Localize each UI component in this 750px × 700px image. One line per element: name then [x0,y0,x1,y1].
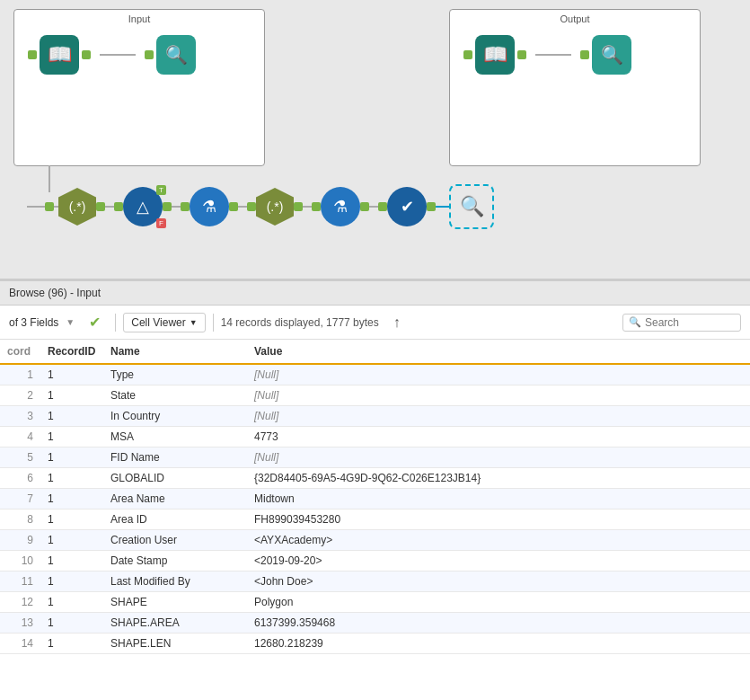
cell-name: Area ID [103,509,247,530]
table-row: 41MSA4773 [0,427,750,447]
connector-line-1 [100,54,136,56]
col-value: Value [247,340,750,364]
table-row: 91Creation User<AYXAcademy> [0,530,750,551]
data-table: cord RecordID Name Value 11Type[Null]21S… [0,340,750,700]
cell-name: MSA [103,427,247,447]
regex-icon[interactable]: (.*) [58,188,96,226]
cell-value: 4773 [247,427,750,447]
cell-recordid: 1 [40,489,103,509]
flow-conn-12 [427,202,436,211]
flow-conn-1 [45,202,54,211]
flow-line-6 [369,206,378,208]
check-icon[interactable]: ✔ [387,187,427,226]
col-cord: cord [0,340,40,364]
cell-value: [Null] [247,447,750,468]
cell-value: 12680.218239 [247,634,750,654]
cell-name: Type [103,364,247,385]
cell-cord: 12 [0,592,40,613]
output-browse-selected-icon[interactable]: 🔍 [449,184,494,229]
output-conn-dot-left [463,50,472,59]
cell-name: Area Name [103,489,247,509]
flow-conn-2 [96,202,105,211]
output-read-icon[interactable]: 📖 [475,35,515,75]
cell-recordid: 1 [40,406,103,427]
cell-recordid: 1 [40,364,103,385]
records-table: cord RecordID Name Value 11Type[Null]21S… [0,340,750,654]
flow-conn-9 [312,202,321,211]
cell-name: Last Modified By [103,572,247,592]
cell-recordid: 1 [40,613,103,634]
cell-name: FID Name [103,447,247,468]
cell-cord: 9 [0,530,40,551]
cell-cord: 3 [0,406,40,427]
flow-conn-3 [114,202,123,211]
input-box-label: Input [14,10,264,26]
conn-dot-browse-left [145,50,154,59]
flow-line-3 [172,206,181,208]
search-input[interactable] [645,316,735,329]
fields-label: of 3 Fields [9,316,58,329]
check-button[interactable]: ✔ [82,311,108,333]
cell-cord: 11 [0,572,40,592]
formula-f-badge: F [156,218,166,228]
toolbar-divider-2 [213,314,214,332]
conn-dot-left [28,50,37,59]
workflow-canvas: Input 📖 🔍 Output 📖 [0,0,750,279]
cell-value: Midtown [247,489,750,509]
table-row: 51FID Name[Null] [0,447,750,468]
flow-line-0 [27,206,45,208]
cell-value: <AYXAcademy> [247,530,750,551]
table-row: 61GLOBALID{32D84405-69A5-4G9D-9Q62-C026E… [0,468,750,489]
cell-cord: 6 [0,468,40,489]
flow-conn-8 [294,202,303,211]
table-row: 71Area NameMidtown [0,489,750,509]
flow-line-1a [54,206,58,208]
output-connector-line [535,54,571,56]
toolbar-divider-1 [115,314,116,332]
cell-viewer-button[interactable]: Cell Viewer ▼ [123,313,205,332]
cell-cord: 13 [0,613,40,634]
cell-value: <John Doe> [247,572,750,592]
cell-name: State [103,385,247,406]
table-body: 11Type[Null]21State[Null]31In Country[Nu… [0,364,750,654]
input-node-box: Input 📖 🔍 [13,9,265,166]
bottom-panel: Browse (96) - Input of 3 Fields ▼ ✔ Cell… [0,279,750,700]
panel-header: Browse (96) - Input [0,281,750,306]
flow-conn-5 [181,202,190,211]
flask-icon-2[interactable]: ⚗ [321,187,360,226]
cell-value: {32D84405-69A5-4G9D-9Q62-C026E123JB14} [247,468,750,489]
cell-name: SHAPE [103,592,247,613]
cell-name: Date Stamp [103,551,247,572]
search-box: 🔍 [622,314,741,332]
cell-value: [Null] [247,385,750,406]
table-row: 11Type[Null] [0,364,750,385]
cell-recordid: 1 [40,427,103,447]
cell-name: SHAPE.LEN [103,634,247,654]
table-header: cord RecordID Name Value [0,340,750,364]
cell-name: Creation User [103,530,247,551]
cell-recordid: 1 [40,634,103,654]
table-row: 131SHAPE.AREA6137399.359468 [0,613,750,634]
panel-header-text: Browse (96) - Input [9,287,101,299]
output-browse-conn-left [580,50,589,59]
cell-value: 6137399.359468 [247,613,750,634]
flow-line-2 [105,206,114,208]
input-read-icon[interactable]: 📖 [40,35,79,75]
cell-value: [Null] [247,406,750,427]
table-row: 81Area IDFH899039453280 [0,509,750,530]
table-row: 121SHAPEPolygon [0,592,750,613]
cell-recordid: 1 [40,572,103,592]
scroll-up-button[interactable]: ↑ [386,312,408,333]
flow-line-4 [238,206,247,208]
search-icon: 🔍 [629,316,641,328]
conn-dot-right [82,50,91,59]
output-node-box: Output 📖 🔍 [449,9,701,166]
col-name: Name [103,340,247,364]
flask-icon-1[interactable]: ⚗ [190,187,229,226]
input-browse-icon[interactable]: 🔍 [156,35,196,75]
output-browse-icon[interactable]: 🔍 [592,35,631,75]
table-row: 21State[Null] [0,385,750,406]
output-box-label: Output [450,10,700,26]
input-box-inner: 📖 🔍 [14,26,264,88]
regex-icon-2[interactable]: (.*) [256,188,294,226]
